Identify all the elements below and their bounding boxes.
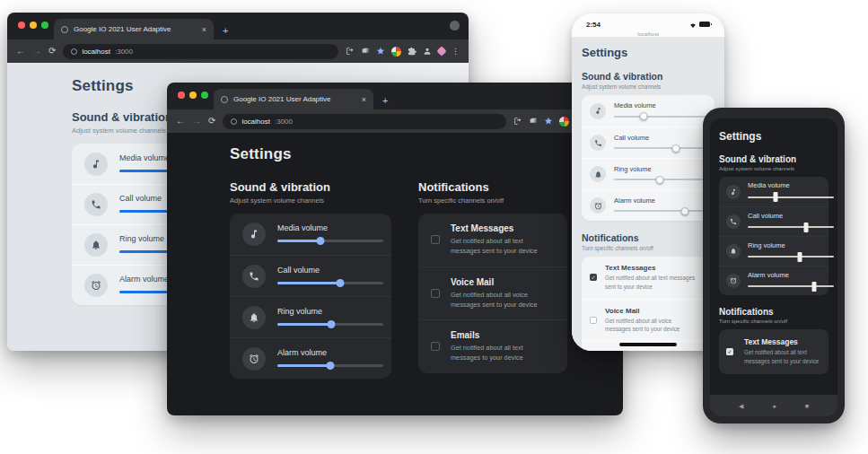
reload-icon[interactable]: ⟳ [208, 117, 215, 126]
back-icon[interactable]: ← [176, 117, 185, 126]
slider-label: Call volume [748, 212, 834, 220]
volume-slider[interactable] [614, 112, 706, 120]
notification-title: Emails [605, 349, 698, 351]
browser-toolbar: ← → ⟳ localhost :3000 ⋮ [7, 39, 469, 63]
slider-thumb[interactable] [773, 192, 777, 202]
overflow-menu-icon[interactable]: ⋮ [452, 47, 460, 56]
notification-description: Get notified about all text messages to … [451, 343, 551, 363]
volume-slider[interactable] [277, 279, 383, 287]
slider-track[interactable] [748, 285, 834, 287]
minimize-window-button[interactable] [189, 92, 197, 99]
phone-icon [84, 193, 108, 216]
volume-slider[interactable] [277, 237, 383, 245]
extension-icon[interactable] [408, 47, 416, 56]
notification-checkbox[interactable]: ✓ [431, 342, 440, 351]
slider-label: Alarm volume [614, 196, 706, 205]
slider-track[interactable] [748, 196, 834, 198]
slider-track[interactable] [748, 256, 834, 258]
tab-close-icon[interactable]: × [202, 25, 206, 34]
section-subtitle: Adjust system volume channels [230, 196, 391, 205]
window-controls [18, 22, 48, 29]
tab-devices-icon[interactable] [361, 47, 370, 56]
notification-title: Voice Mail [451, 277, 551, 287]
slider-thumb[interactable] [680, 207, 688, 215]
tab-devices-icon[interactable] [529, 117, 538, 126]
chrome-beta-icon[interactable] [559, 117, 569, 127]
slider-thumb[interactable] [672, 144, 680, 153]
close-window-button[interactable] [178, 92, 185, 99]
phone-icon [590, 135, 606, 151]
volume-slider[interactable] [748, 192, 834, 202]
volume-slider[interactable] [614, 207, 706, 215]
back-icon[interactable]: ← [16, 47, 25, 56]
slider-thumb[interactable] [336, 279, 344, 287]
page-title: Settings [230, 145, 623, 163]
forward-icon[interactable]: → [192, 117, 201, 126]
new-tab-button[interactable]: + [223, 25, 228, 36]
browser-tab[interactable]: Google IO 2021 User Adaptive × [54, 19, 214, 39]
nav-back-icon[interactable]: ◀ [739, 403, 743, 409]
bookmark-star-icon[interactable] [376, 47, 385, 56]
notification-row: ✓ Text Messages Get notified about all t… [582, 257, 715, 299]
notification-title: Text Messages [451, 223, 551, 233]
volume-slider[interactable] [614, 144, 706, 153]
slider-thumb[interactable] [804, 223, 809, 232]
notification-checkbox[interactable]: ✓ [431, 235, 440, 244]
share-icon[interactable] [346, 47, 355, 56]
notification-checkbox[interactable]: ✓ [431, 289, 440, 298]
slider-track[interactable] [614, 210, 706, 212]
volume-slider[interactable] [748, 252, 834, 262]
music-note-icon [242, 223, 266, 246]
home-indicator[interactable] [619, 343, 677, 346]
tab-close-icon[interactable]: × [362, 95, 366, 104]
browser-tab[interactable]: Google IO 2021 User Adaptive × [214, 89, 373, 109]
titlebar-profile-icon[interactable] [450, 21, 460, 31]
slider-thumb[interactable] [811, 282, 816, 292]
share-icon[interactable] [513, 117, 522, 126]
volume-slider[interactable] [277, 320, 383, 328]
zoom-window-button[interactable] [201, 92, 208, 99]
volume-slider-row: Media volume [230, 214, 391, 255]
slider-thumb[interactable] [639, 112, 647, 120]
toolbar-actions: ⋮ [346, 47, 460, 57]
slider-thumb[interactable] [317, 237, 325, 245]
reload-icon[interactable]: ⟳ [48, 47, 56, 56]
volume-slider[interactable] [748, 223, 834, 232]
wifi-icon [689, 16, 697, 32]
site-info-icon[interactable] [231, 118, 237, 125]
site-info-icon[interactable] [71, 48, 77, 55]
close-window-button[interactable] [18, 22, 25, 29]
checkmark-icon: ✓ [727, 349, 732, 354]
profile-icon[interactable] [423, 47, 432, 56]
volume-slider-row: Ring volume [582, 158, 715, 189]
volume-slider[interactable] [748, 282, 834, 292]
slider-track[interactable] [748, 226, 834, 228]
minimize-window-button[interactable] [30, 22, 37, 29]
nav-recents-icon[interactable]: ■ [805, 403, 809, 409]
address-bar[interactable]: localhost :3000 [63, 44, 338, 59]
zoom-window-button[interactable] [41, 22, 48, 29]
forward-icon[interactable]: → [32, 47, 41, 56]
address-bar[interactable]: localhost :3000 [223, 114, 506, 129]
slider-thumb[interactable] [797, 252, 802, 262]
volume-slider[interactable] [614, 176, 706, 184]
slider-label: Alarm volume [748, 271, 834, 279]
bookmark-star-icon[interactable] [544, 117, 553, 126]
slider-thumb[interactable] [328, 320, 336, 328]
slider-track[interactable] [614, 116, 706, 118]
notification-checkbox[interactable]: ✓ [590, 317, 597, 324]
music-note-icon [590, 103, 606, 119]
slider-thumb[interactable] [656, 176, 664, 184]
volume-slider-row: Call volume [582, 127, 715, 158]
notification-checkbox[interactable]: ✓ [726, 348, 733, 355]
slider-thumb[interactable] [327, 362, 335, 370]
volume-slider[interactable] [277, 362, 383, 370]
gem-icon[interactable] [436, 46, 446, 56]
new-tab-button[interactable]: + [382, 95, 388, 106]
notifications-section: Notifications Turn specific channels on/… [418, 180, 567, 379]
slider-track[interactable] [614, 147, 706, 149]
notification-checkbox[interactable]: ✓ [590, 274, 597, 281]
chrome-beta-icon[interactable] [391, 47, 401, 57]
nav-home-icon[interactable]: ● [772, 403, 776, 409]
volume-slider-row: Media volume [582, 95, 715, 127]
